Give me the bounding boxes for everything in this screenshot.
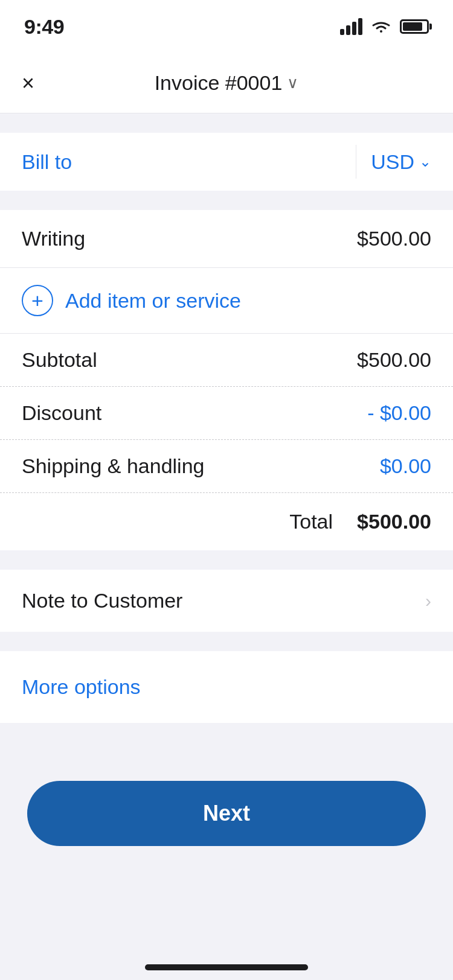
section-separator-4 xyxy=(0,632,453,651)
more-options-button[interactable]: More options xyxy=(22,675,141,698)
signal-icon xyxy=(340,18,362,35)
bottom-area: Next xyxy=(0,752,453,882)
add-item-label: Add item or service xyxy=(65,289,241,313)
discount-value: - $0.00 xyxy=(367,401,431,425)
section-separator-5 xyxy=(0,723,453,752)
more-options-section: More options xyxy=(0,651,453,723)
add-circle-icon: + xyxy=(22,285,53,316)
bill-to-button[interactable]: Bill to xyxy=(22,150,341,174)
note-to-customer-row[interactable]: Note to Customer › xyxy=(0,570,453,632)
next-button[interactable]: Next xyxy=(27,781,426,846)
section-separator-1 xyxy=(0,113,453,133)
vertical-divider xyxy=(356,145,356,179)
line-items-section: Writing $500.00 + Add item or service Su… xyxy=(0,210,453,550)
bill-row: Bill to USD ⌄ xyxy=(0,133,453,191)
discount-label: Discount xyxy=(22,401,101,425)
currency-selector[interactable]: USD ⌄ xyxy=(371,150,431,174)
add-item-button[interactable]: + Add item or service xyxy=(0,268,453,334)
subtotal-row: Subtotal $500.00 xyxy=(0,334,453,387)
line-item-amount: $500.00 xyxy=(357,227,431,250)
home-indicator xyxy=(145,964,308,970)
discount-row[interactable]: Discount - $0.00 xyxy=(0,387,453,440)
section-separator-3 xyxy=(0,550,453,570)
total-row: Total $500.00 xyxy=(0,493,453,550)
status-time: 9:49 xyxy=(24,15,64,39)
total-value: $500.00 xyxy=(357,510,431,533)
note-label: Note to Customer xyxy=(22,589,182,612)
battery-icon xyxy=(400,19,429,34)
line-item-name: Writing xyxy=(22,227,85,250)
total-label: Total xyxy=(289,510,333,533)
section-separator-2 xyxy=(0,191,453,210)
status-bar: 9:49 xyxy=(0,0,453,53)
invoice-header: × Invoice #0001 ∨ xyxy=(0,53,453,113)
shipping-label: Shipping & handling xyxy=(22,454,204,478)
title-chevron-icon: ∨ xyxy=(287,74,298,92)
table-row[interactable]: Writing $500.00 xyxy=(0,210,453,268)
bill-currency-card: Bill to USD ⌄ xyxy=(0,133,453,191)
invoice-title[interactable]: Invoice #0001 ∨ xyxy=(155,71,299,95)
shipping-value: $0.00 xyxy=(380,454,431,478)
chevron-right-icon: › xyxy=(425,591,431,611)
next-label: Next xyxy=(203,801,250,826)
currency-chevron-icon: ⌄ xyxy=(419,153,431,170)
shipping-row[interactable]: Shipping & handling $0.00 xyxy=(0,440,453,493)
status-icons xyxy=(340,18,429,35)
subtotal-value: $500.00 xyxy=(357,348,431,372)
subtotal-label: Subtotal xyxy=(22,348,97,372)
wifi-icon xyxy=(371,18,391,35)
close-button[interactable]: × xyxy=(22,72,34,94)
